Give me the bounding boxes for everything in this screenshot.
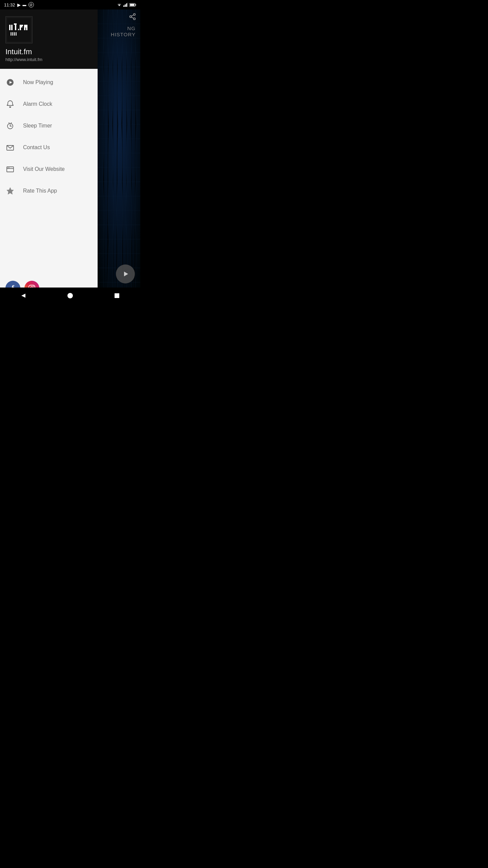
svg-rect-2 [126, 3, 127, 7]
visit-website-label: Visit Our Website [23, 166, 65, 172]
svg-point-69 [67, 293, 73, 298]
right-panel: NG HISTORY [98, 9, 140, 304]
svg-rect-8 [9, 25, 11, 30]
svg-marker-67 [124, 272, 128, 276]
menu-item-alarm-clock[interactable]: Alarm Clock [0, 93, 98, 115]
svg-line-30 [9, 123, 9, 123]
svg-rect-11 [14, 23, 17, 25]
menu-item-now-playing[interactable]: Now Playing [0, 72, 98, 93]
recents-button[interactable] [109, 288, 124, 303]
svg-rect-12 [15, 25, 16, 30]
at-icon: @ [28, 2, 34, 7]
wave-svg [98, 9, 140, 304]
play-status-icon: ▶ [17, 2, 21, 7]
battery-icon [129, 3, 136, 7]
svg-line-31 [11, 123, 12, 123]
svg-rect-23 [14, 32, 15, 36]
svg-rect-19 [24, 25, 27, 26]
now-playing-label: Now Playing [23, 79, 53, 85]
svg-rect-5 [136, 4, 136, 5]
svg-rect-9 [11, 26, 13, 30]
status-right [117, 3, 136, 7]
play-circle-icon [5, 78, 15, 87]
svg-line-66 [131, 15, 134, 16]
rate-app-label: Rate This App [23, 188, 57, 194]
svg-point-40 [33, 286, 34, 287]
app-logo [5, 16, 33, 43]
browser-icon [5, 164, 15, 174]
svg-rect-10 [11, 25, 13, 26]
time-display: 11:32 [4, 2, 15, 7]
home-button[interactable] [63, 288, 78, 303]
back-icon [20, 292, 27, 299]
svg-rect-3 [127, 3, 128, 7]
panel-title: NG HISTORY [111, 25, 136, 37]
svg-rect-16 [21, 26, 22, 27]
svg-point-62 [134, 14, 136, 16]
sleep-timer-label: Sleep Timer [23, 123, 52, 129]
right-panel-header-area: NG HISTORY [98, 9, 140, 38]
svg-rect-6 [130, 4, 135, 6]
status-left: 11:32 ▶ ▬ @ [4, 2, 34, 7]
menu-list: Now Playing Alarm Clock [0, 69, 98, 275]
svg-rect-35 [7, 167, 8, 168]
svg-rect-1 [125, 4, 126, 7]
svg-point-64 [134, 18, 136, 20]
back-button[interactable] [16, 288, 31, 303]
svg-rect-70 [115, 293, 119, 298]
wifi-icon [117, 3, 122, 7]
logo-svg [7, 18, 31, 42]
svg-rect-0 [123, 5, 124, 7]
svg-rect-24 [16, 32, 17, 36]
wave-background [98, 9, 140, 304]
recents-icon [114, 293, 120, 298]
drawer-header: Intuit.fm http://www.intuit.fm [0, 9, 98, 69]
play-button-overlay[interactable] [116, 264, 135, 283]
svg-rect-13 [18, 29, 19, 30]
contact-us-label: Contact Us [23, 144, 50, 151]
clock-icon [5, 121, 15, 131]
status-bar: 11:32 ▶ ▬ @ [0, 0, 140, 9]
clipboard-icon: ▬ [23, 3, 26, 7]
svg-marker-37 [7, 188, 14, 194]
share-icon[interactable] [129, 13, 136, 22]
drawer: Intuit.fm http://www.intuit.fm Now Playi… [0, 9, 98, 304]
alarm-clock-label: Alarm Clock [23, 101, 52, 107]
svg-marker-68 [21, 294, 25, 298]
svg-line-65 [131, 17, 134, 18]
menu-item-visit-website[interactable]: Visit Our Website [0, 158, 98, 180]
envelope-icon [5, 143, 15, 152]
main-container: Intuit.fm http://www.intuit.fm Now Playi… [0, 9, 140, 304]
svg-rect-36 [9, 167, 9, 168]
svg-rect-22 [12, 32, 13, 36]
svg-point-63 [130, 16, 132, 18]
signal-icon [123, 3, 128, 7]
app-name: Intuit.fm [5, 47, 92, 56]
bell-icon [5, 99, 15, 109]
svg-rect-15 [20, 25, 23, 26]
play-icon [121, 270, 129, 278]
svg-rect-21 [11, 32, 12, 36]
menu-item-contact-us[interactable]: Contact Us [0, 137, 98, 158]
menu-item-sleep-timer[interactable]: Sleep Timer [0, 115, 98, 137]
bottom-nav [0, 288, 140, 304]
home-icon [67, 293, 73, 299]
app-url: http://www.intuit.fm [5, 57, 92, 62]
star-icon [5, 186, 15, 196]
menu-item-rate-app[interactable]: Rate This App [0, 180, 98, 202]
svg-rect-20 [25, 26, 26, 27]
